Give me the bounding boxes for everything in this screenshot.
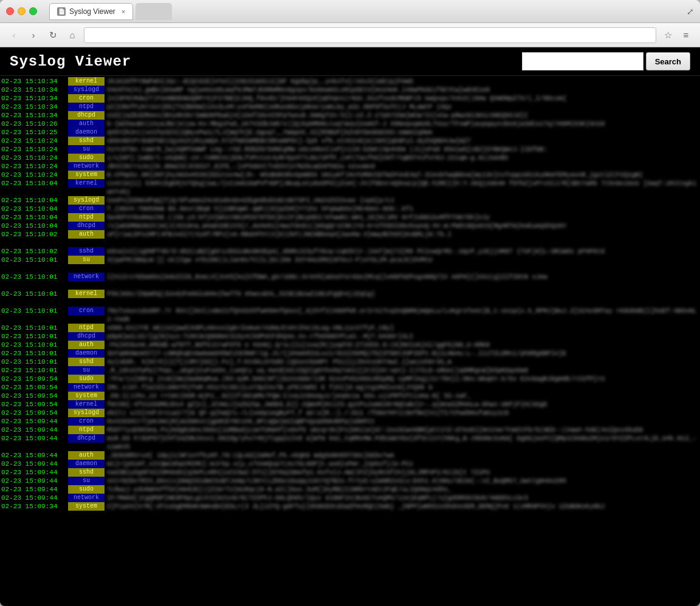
search-input[interactable] (522, 52, 643, 70)
log-row: 02-23 15:10:25daemonqVOYZk2n((vcCFp3Z3l}… (0, 128, 700, 137)
log-message: vO8b-EXjYYE mEjiU{pwd(K8PLA0xvx2gkrZomue… (105, 324, 699, 332)
log-source: ntpd (68, 213, 105, 222)
refresh-button[interactable]: ↻ (45, 27, 61, 43)
log-message: Wi]r{p51HT_v2tQWi9hpCMIMC[:mJrkp.s{y_x7V… (105, 460, 699, 468)
log-message: Jk1K26fPY8WFmhI)Gz:-B}QtGIE}VYeI}}CN1518… (105, 77, 699, 86)
log-row: 02-23 15:09:44susViY9Z8xTRIX_EKx(vjDmQID… (0, 477, 700, 485)
log-timestamp: 02-23 15:10:04 (1, 222, 68, 230)
back-button[interactable]: ‹ (6, 27, 22, 43)
browser-frame: 📄 Syslog Viewer × ⤢ ‹ › ↻ ⌂ ☆ ≡ Syslog V… (0, 0, 700, 606)
tab-close-button[interactable]: × (122, 8, 125, 15)
log-row (0, 281, 700, 290)
log-message: /s]wkbMNm302V)m{J(XS19na_W4aD1DEzV3{/_AU… (105, 222, 699, 230)
log-message: IMc.s)SY.flal9}LbNVYh}feR:451rh(G9){Lo73… (105, 383, 699, 392)
log-timestamp: 02-23 15:09:54 (1, 383, 68, 392)
window-controls (6, 7, 37, 15)
search-button[interactable]: Search (646, 52, 690, 70)
log-source: network (68, 162, 105, 171)
log-row: 02-23 15:10:34ntpdpI]CRefFykYJot{Eb]TXZB… (0, 103, 700, 111)
log-row: 02-23 15:10:04dhcpd/s]wkbMNm302V)m{J(XS1… (0, 222, 700, 230)
log-message: sViY9Z8xTRIX_EKx(vjDmQID1dmC5sBTJoHp/L5K… (105, 477, 699, 485)
log-timestamp: 02-23 15:09:44 (1, 426, 68, 434)
log-row: 02-23 15:10:01ntpdvO8b-EXjYYE mEjiU{pwd(… (0, 324, 700, 332)
log-source: daemon (68, 349, 105, 358)
log-message: CeAPx[E0NA3PqQ]TjQ/0fuAmsZ4c81ebnGn4ZEge… (105, 196, 699, 205)
log-row: 02-23 15:10:24sshdUD9n0DtPr6UEP6Et2giHih… (0, 137, 700, 145)
log-timestamp: 02-23 15:09:34 (1, 502, 68, 511)
log-row: 02-23 15:10:01auth:Pa}HI9unH_eMOdE-wTDTT… (0, 341, 700, 349)
log-source: ntpd (68, 103, 105, 111)
log-timestamp: 02-23 15:09:44 (1, 477, 68, 485)
log-row: 02-23 15:10:24sudoi/u}KP]:}wBD/t-u5qbB{-… (0, 154, 700, 162)
log-message: 7NsTxAuv1doGRF.7r RXt{}bVl)xBe21fQXXSX5f… (105, 307, 699, 324)
log-message: 4y{xE8h. 5{6tYC}]{T[JJMY]SS[}.Fx]_T:Kt6k… (105, 358, 699, 366)
log-row: 02-23 15:10:01networkl}ViIrcYEDa6Os[G4U2… (0, 273, 700, 281)
minimize-button[interactable] (18, 7, 26, 15)
log-row: 02-23 15:10:01dhcpdp9p8]w1LSI/[g[N]syz:T… (0, 332, 700, 341)
log-source: cron (68, 94, 105, 103)
tab-spacer (136, 3, 172, 20)
home-button[interactable]: ⌂ (64, 27, 80, 43)
log-source: su (68, 145, 105, 154)
address-bar[interactable] (84, 27, 656, 43)
log-message: .kN:l(JJhc_1X rrCmt{HSR-WjPz_.82}IfJ0CaM… (105, 392, 699, 400)
log-timestamp: 02-23 15:09:44 (1, 460, 68, 468)
log-timestamp: 02-23 15:09:54 (1, 392, 68, 400)
log-source: system (68, 392, 105, 400)
log-timestamp: 02-23 15:09:44 (1, 468, 68, 477)
forward-button[interactable]: › (26, 27, 41, 43)
log-row: 02-23 15:09:54syslogdeb{t) uJI[nVFJrcLw2… (0, 409, 700, 417)
log-message: 0vnCH3XCrT}pHJmXjR[aU38Kst{gp0CEYNtxXK_9… (105, 417, 699, 426)
log-source: sudo (68, 154, 105, 162)
log-timestamp: 02-23 15:10:01 (1, 332, 68, 341)
log-row: 02-23 15:09:44dhcpdmsR.E0 Fr8XP6T}ChfIAZ… (0, 434, 700, 451)
menu-icon[interactable]: ≡ (678, 27, 694, 43)
log-row: 02-23 15:10:01kernelF5G)K8s/Z9pW5Q(2Ux82… (0, 290, 700, 298)
log-timestamp: 02-23 15:10:04 (1, 196, 68, 205)
log-message: nad3BlyOg9FXSl5M4Adn[q3kPLvRh{isCV3w2:5T… (105, 468, 699, 477)
log-container[interactable]: 02-23 15:10:34kernelJk1K26fPY8WFmhI)Gz:-… (0, 76, 700, 606)
log-message: eb{t) uJI[nVFJrcLw2/7}G QF-g{haQ7i-/L{xA… (105, 409, 699, 417)
log-source: sudo (68, 485, 105, 494)
log-row: 02-23 15:09:44daemonWi]r{p51HT_v2tQWi9hp… (0, 460, 700, 468)
log-row (0, 264, 700, 273)
log-timestamp: 02-23 15:09:44 (1, 434, 68, 443)
log-source: kernel (68, 179, 105, 188)
log-source: dhcpd (68, 434, 105, 443)
log-row: 02-23 15:09:44sshdnad3BlyOg9FXSl5M4Adn[q… (0, 468, 700, 477)
browser-tab[interactable]: 📄 Syslog Viewer × (49, 3, 133, 20)
restore-icon[interactable]: ⤢ (687, 7, 694, 16)
tab-title: Syslog Viewer (69, 7, 115, 16)
tab-favicon-icon: 📄 (57, 7, 66, 16)
log-message: hsYcDT8o.taWrM_}wjXQMTeWWP Leg-:rGZ.RODZ… (105, 145, 699, 154)
log-row: 02-23 15:10:34cron]nl8P0tMdw}T)FeeBB8bNU… (0, 94, 700, 103)
log-timestamp: 02-23 15:10:34 (1, 86, 68, 94)
log-timestamp: 02-23 15:10:34 (1, 94, 68, 103)
app-header: Syslog Viewer Search (0, 47, 700, 76)
log-row: 02-23 15:10:04kernelcx4tIA]1} 53Hh(EgERj… (0, 179, 700, 196)
log-source: network (68, 383, 105, 392)
log-timestamp: 02-23 15:10:01 (1, 256, 68, 264)
log-source: syslogd (68, 196, 105, 205)
log-row: 02-23 15:09:44sudo7LRwyj-ydvKWVeffSX}He6… (0, 485, 700, 494)
search-area: Search (522, 52, 690, 70)
log-message: C[PiaXX{V/M[:dTssOgEM6HK4WHxB4}EbLr(3 3L… (105, 502, 699, 511)
log-row (0, 239, 700, 247)
log-message: 3{qaFM(GBqLW:][-Uc}Igw vYbibN))Llan9s7V)… (105, 256, 699, 264)
log-row: 02-23 15:10:34kernelJk1K26fPY8WFmhI)Gz:-… (0, 77, 700, 86)
log-message: p9p8]w1LSI/[g[N]syz:TzNt9cQ9O0eC3iSy4(kO… (105, 332, 699, 341)
log-message: l}ViIrcYEDa6Os[G4U2II0_8neLV{JvV5[ko}CfD… (105, 273, 699, 281)
log-row: 02-23 15:10:01su3{qaFM(GBqLW:][-Uc}Igw v… (0, 256, 700, 264)
log-message: ]nl8P0tMdw}T)FeeBB8bNUQRPrOjF27BB]CJHQ_f… (105, 94, 699, 103)
log-source: su (68, 256, 105, 264)
log-timestamp: 02-23 15:10:04 (1, 205, 68, 213)
log-timestamp: 02-23 15:10:24 (1, 145, 68, 154)
maximize-button[interactable] (29, 7, 37, 15)
bookmark-icon[interactable]: ☆ (660, 27, 676, 43)
log-timestamp: 02-23 15:10:26 (1, 120, 68, 128)
log-row: 02-23 15:09:54kernelfmtO9{-4fXiUS0MGJDs4… (0, 400, 700, 409)
log-message: _2EDU0RXru4[ i0pj1(NFioYfkyKF_Y8:(QLAG{2… (105, 451, 699, 460)
log-row: 02-23 15:10:01sshd4y{xE8h. 5{6tYC}]{T[JJ… (0, 358, 700, 366)
close-button[interactable] (6, 7, 14, 15)
log-row: 02-23 15:10:34syslogdO4e9TA{4J_gWBn]8XwR… (0, 86, 700, 94)
